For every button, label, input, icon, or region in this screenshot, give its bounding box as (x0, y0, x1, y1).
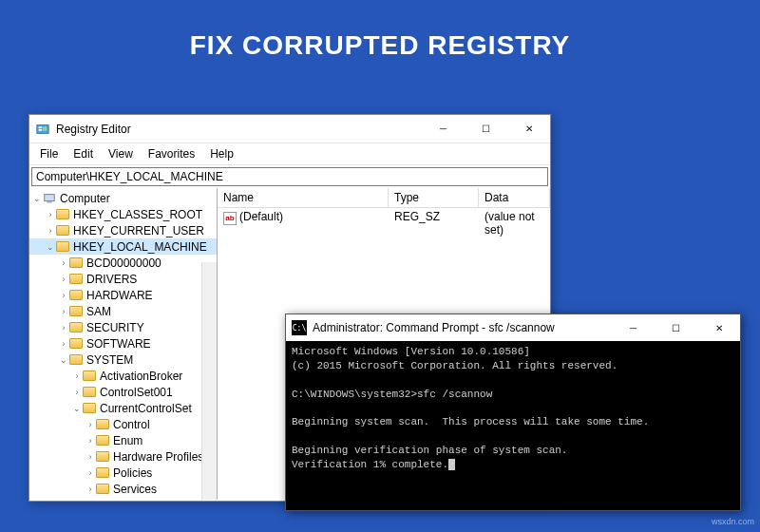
expand-toggle[interactable]: › (45, 226, 56, 236)
menu-file[interactable]: File (33, 145, 65, 162)
value-name: ab(Default) (218, 208, 389, 238)
svg-rect-4 (45, 194, 55, 200)
menu-view[interactable]: View (102, 145, 140, 162)
regedit-icon (35, 122, 50, 137)
titlebar[interactable]: C:\ Administrator: Command Prompt - sfc … (286, 314, 740, 341)
menu-edit[interactable]: Edit (66, 145, 100, 162)
tree-node-sam[interactable]: ›SAM (29, 303, 217, 319)
tree-label: ControlSet001 (100, 386, 173, 399)
tree-label: Hardware Profiles (113, 450, 203, 464)
folder-icon (96, 434, 111, 447)
value-data: (value not set) (479, 208, 550, 238)
maximize-button[interactable]: ☐ (655, 314, 697, 342)
folder-icon (69, 353, 85, 367)
folder-icon (83, 402, 98, 415)
expand-toggle[interactable]: › (58, 307, 69, 316)
tree-node-controlset001[interactable]: ›ControlSet001 (29, 384, 217, 400)
tree-node-hardware-profiles[interactable]: ›Hardware Profiles (29, 448, 217, 465)
folder-icon (69, 305, 85, 318)
folder-icon (56, 208, 71, 221)
tree-label: SECURITY (86, 321, 144, 334)
expand-toggle[interactable]: ⌄ (71, 404, 83, 413)
address-bar[interactable]: Computer\HKEY_LOCAL_MACHINE (31, 167, 548, 186)
expand-toggle[interactable]: › (85, 484, 96, 494)
terminal-output[interactable]: Microsoft Windows [Version 10.0.10586] (… (286, 341, 740, 476)
expand-toggle[interactable]: › (85, 420, 96, 429)
tree-label: HKEY_CLASSES_ROOT (73, 208, 202, 221)
expand-toggle[interactable]: › (85, 452, 96, 462)
tree-node-control[interactable]: ›Control (29, 416, 217, 432)
string-value-icon: ab (223, 212, 237, 225)
close-button[interactable]: ✕ (507, 115, 550, 143)
tree-node-hkcr[interactable]: ›HKEY_CLASSES_ROOT (29, 206, 217, 222)
expand-toggle[interactable]: › (85, 468, 96, 478)
tree-label: Control (113, 418, 150, 431)
tree-label: BCD00000000 (86, 256, 162, 270)
tree-node-currentcontrolset[interactable]: ⌄CurrentControlSet (29, 400, 217, 416)
maximize-button[interactable]: ☐ (465, 115, 507, 143)
cmd-icon: C:\ (292, 320, 307, 335)
tree-node-system[interactable]: ⌄SYSTEM (29, 352, 217, 368)
tree-scrollbar[interactable] (201, 262, 218, 500)
terminal-line: Beginning verification phase of system s… (292, 445, 567, 456)
expand-toggle[interactable]: ⌄ (45, 242, 56, 252)
expand-toggle[interactable]: › (58, 323, 69, 332)
terminal-line: Beginning system scan. This process will… (292, 416, 649, 428)
tree-node-hklm[interactable]: ⌄HKEY_LOCAL_MACHINE (29, 238, 217, 255)
expand-toggle[interactable]: › (58, 339, 69, 349)
tree-node-enum[interactable]: ›Enum (29, 432, 217, 448)
tree-label: DRIVERS (86, 273, 137, 286)
tree-node-services[interactable]: ›Services (29, 481, 217, 497)
tree-node-activationbroker[interactable]: ›ActivationBroker (29, 368, 217, 384)
tree-label: HARDWARE (86, 289, 153, 302)
svg-rect-2 (39, 129, 43, 131)
tree-pane[interactable]: ⌄ Computer ›HKEY_CLASSES_ROOT ›HKEY_CURR… (29, 188, 218, 500)
tree-label: SYSTEM (86, 353, 133, 367)
list-row[interactable]: ab(Default) REG_SZ (value not set) (218, 208, 550, 238)
folder-icon (96, 450, 111, 464)
terminal-line: (c) 2015 Microsoft Corporation. All righ… (292, 360, 618, 371)
folder-icon (96, 483, 111, 496)
folder-icon (56, 224, 71, 238)
column-type[interactable]: Type (389, 188, 479, 207)
tree-label: Computer (60, 192, 110, 205)
close-button[interactable]: ✕ (697, 314, 740, 342)
minimize-button[interactable]: ─ (422, 115, 465, 143)
folder-icon (96, 418, 111, 431)
cursor (448, 459, 455, 470)
command-prompt-window: C:\ Administrator: Command Prompt - sfc … (285, 314, 741, 511)
column-name[interactable]: Name (218, 188, 389, 207)
folder-icon (96, 466, 111, 480)
folder-icon (69, 289, 85, 302)
menu-favorites[interactable]: Favorites (142, 145, 201, 162)
window-title: Registry Editor (56, 123, 422, 136)
tree-node-policies[interactable]: ›Policies (29, 465, 217, 481)
terminal-line: C:\WINDOWS\system32>sfc /scannow (292, 389, 492, 400)
expand-toggle[interactable]: › (71, 371, 83, 381)
tree-label: Enum (113, 434, 142, 447)
tree-node-security[interactable]: ›SECURITY (29, 319, 217, 335)
tree-label: Services (113, 483, 157, 496)
tree-node-hkcu[interactable]: ›HKEY_CURRENT_USER (29, 222, 217, 238)
tree-label: HKEY_LOCAL_MACHINE (73, 240, 207, 254)
expand-toggle[interactable]: › (71, 388, 83, 397)
menu-help[interactable]: Help (203, 145, 240, 162)
titlebar[interactable]: Registry Editor ─ ☐ ✕ (29, 115, 550, 143)
expand-toggle[interactable]: › (58, 291, 69, 300)
window-title: Administrator: Command Prompt - sfc /sca… (313, 321, 612, 334)
expand-toggle[interactable]: › (85, 436, 96, 446)
column-data[interactable]: Data (479, 188, 550, 207)
expand-toggle[interactable]: › (45, 210, 56, 219)
tree-node-bcd[interactable]: ›BCD00000000 (29, 255, 217, 271)
tree-node-drivers[interactable]: ›DRIVERS (29, 271, 217, 287)
expand-toggle[interactable]: ⌄ (58, 355, 69, 365)
expand-toggle[interactable]: › (58, 275, 69, 284)
expand-toggle[interactable]: › (58, 258, 69, 268)
tree-node-computer[interactable]: ⌄ Computer (29, 190, 217, 206)
folder-icon (69, 273, 85, 286)
tree-node-software[interactable]: ›SOFTWARE (29, 335, 217, 352)
folder-icon (69, 321, 85, 334)
tree-node-hardware[interactable]: ›HARDWARE (29, 287, 217, 303)
minimize-button[interactable]: ─ (612, 314, 655, 342)
expand-toggle[interactable]: ⌄ (31, 194, 43, 203)
